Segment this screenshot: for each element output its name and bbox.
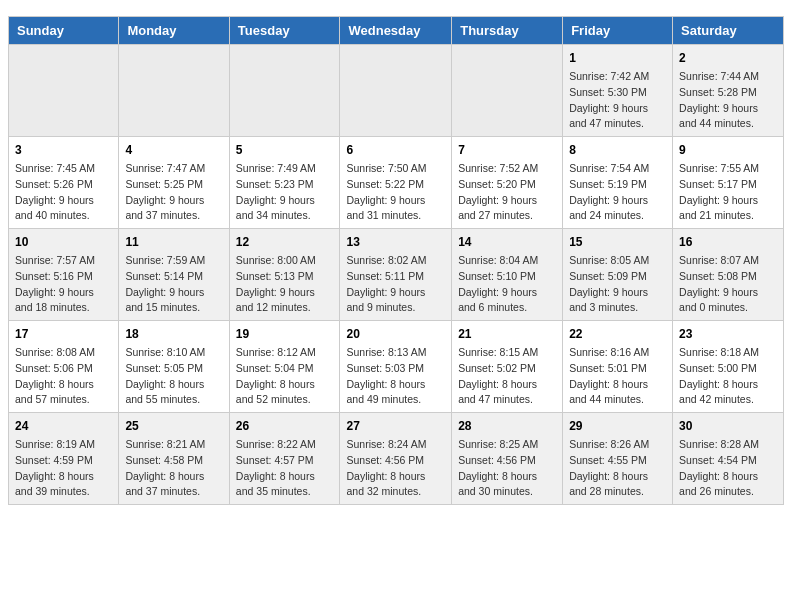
day-number: 4	[125, 141, 222, 159]
day-info-line: Sunrise: 8:07 AM	[679, 253, 777, 269]
day-info-line: Sunset: 5:26 PM	[15, 177, 112, 193]
day-info-line: Sunset: 5:17 PM	[679, 177, 777, 193]
calendar-header-row: SundayMondayTuesdayWednesdayThursdayFrid…	[9, 17, 784, 45]
day-number: 28	[458, 417, 556, 435]
day-info-line: Daylight: 8 hours and 32 minutes.	[346, 469, 445, 501]
day-number: 12	[236, 233, 334, 251]
day-info-line: Sunset: 5:25 PM	[125, 177, 222, 193]
day-cell	[229, 45, 340, 137]
day-cell: 17Sunrise: 8:08 AMSunset: 5:06 PMDayligh…	[9, 321, 119, 413]
day-cell: 1Sunrise: 7:42 AMSunset: 5:30 PMDaylight…	[563, 45, 673, 137]
day-cell	[340, 45, 452, 137]
day-info-line: Sunrise: 7:59 AM	[125, 253, 222, 269]
day-info-line: Daylight: 8 hours and 42 minutes.	[679, 377, 777, 409]
day-info-line: Sunset: 5:14 PM	[125, 269, 222, 285]
day-header-thursday: Thursday	[452, 17, 563, 45]
day-info-line: Sunset: 4:58 PM	[125, 453, 222, 469]
day-number: 3	[15, 141, 112, 159]
day-info-line: Sunrise: 8:05 AM	[569, 253, 666, 269]
day-cell: 5Sunrise: 7:49 AMSunset: 5:23 PMDaylight…	[229, 137, 340, 229]
day-header-saturday: Saturday	[673, 17, 784, 45]
day-info-line: Sunset: 4:56 PM	[346, 453, 445, 469]
day-cell: 30Sunrise: 8:28 AMSunset: 4:54 PMDayligh…	[673, 413, 784, 505]
day-cell: 20Sunrise: 8:13 AMSunset: 5:03 PMDayligh…	[340, 321, 452, 413]
day-info-line: Sunrise: 8:08 AM	[15, 345, 112, 361]
day-info-line: Daylight: 9 hours and 27 minutes.	[458, 193, 556, 225]
day-info-line: Sunrise: 8:02 AM	[346, 253, 445, 269]
day-number: 23	[679, 325, 777, 343]
day-number: 20	[346, 325, 445, 343]
day-header-sunday: Sunday	[9, 17, 119, 45]
day-info-line: Sunset: 4:54 PM	[679, 453, 777, 469]
day-info-line: Daylight: 8 hours and 37 minutes.	[125, 469, 222, 501]
day-info-line: Sunset: 5:30 PM	[569, 85, 666, 101]
day-info-line: Daylight: 9 hours and 47 minutes.	[569, 101, 666, 133]
day-info-line: Sunset: 5:28 PM	[679, 85, 777, 101]
day-info-line: Sunset: 4:56 PM	[458, 453, 556, 469]
day-number: 14	[458, 233, 556, 251]
day-info-line: Sunset: 5:11 PM	[346, 269, 445, 285]
day-number: 21	[458, 325, 556, 343]
day-info-line: Daylight: 9 hours and 3 minutes.	[569, 285, 666, 317]
day-info-line: Sunset: 5:06 PM	[15, 361, 112, 377]
day-info-line: Daylight: 8 hours and 49 minutes.	[346, 377, 445, 409]
day-number: 15	[569, 233, 666, 251]
day-number: 25	[125, 417, 222, 435]
day-cell: 2Sunrise: 7:44 AMSunset: 5:28 PMDaylight…	[673, 45, 784, 137]
calendar-table: SundayMondayTuesdayWednesdayThursdayFrid…	[8, 16, 784, 505]
day-info-line: Sunrise: 8:19 AM	[15, 437, 112, 453]
day-cell: 24Sunrise: 8:19 AMSunset: 4:59 PMDayligh…	[9, 413, 119, 505]
day-info-line: Daylight: 9 hours and 37 minutes.	[125, 193, 222, 225]
day-info-line: Sunrise: 7:54 AM	[569, 161, 666, 177]
day-info-line: Sunrise: 8:04 AM	[458, 253, 556, 269]
day-info-line: Sunrise: 7:55 AM	[679, 161, 777, 177]
day-info-line: Sunset: 5:22 PM	[346, 177, 445, 193]
day-cell: 28Sunrise: 8:25 AMSunset: 4:56 PMDayligh…	[452, 413, 563, 505]
day-cell: 9Sunrise: 7:55 AMSunset: 5:17 PMDaylight…	[673, 137, 784, 229]
day-info-line: Sunset: 5:10 PM	[458, 269, 556, 285]
day-info-line: Sunrise: 8:26 AM	[569, 437, 666, 453]
day-info-line: Sunrise: 8:10 AM	[125, 345, 222, 361]
day-info-line: Sunrise: 8:16 AM	[569, 345, 666, 361]
day-info-line: Daylight: 8 hours and 35 minutes.	[236, 469, 334, 501]
day-info-line: Daylight: 9 hours and 12 minutes.	[236, 285, 334, 317]
day-info-line: Daylight: 9 hours and 0 minutes.	[679, 285, 777, 317]
day-info-line: Sunset: 5:16 PM	[15, 269, 112, 285]
day-number: 10	[15, 233, 112, 251]
day-cell: 23Sunrise: 8:18 AMSunset: 5:00 PMDayligh…	[673, 321, 784, 413]
day-number: 1	[569, 49, 666, 67]
day-cell: 4Sunrise: 7:47 AMSunset: 5:25 PMDaylight…	[119, 137, 229, 229]
day-cell: 18Sunrise: 8:10 AMSunset: 5:05 PMDayligh…	[119, 321, 229, 413]
day-info-line: Sunrise: 8:13 AM	[346, 345, 445, 361]
day-info-line: Daylight: 8 hours and 47 minutes.	[458, 377, 556, 409]
day-cell: 25Sunrise: 8:21 AMSunset: 4:58 PMDayligh…	[119, 413, 229, 505]
day-cell: 22Sunrise: 8:16 AMSunset: 5:01 PMDayligh…	[563, 321, 673, 413]
day-cell: 19Sunrise: 8:12 AMSunset: 5:04 PMDayligh…	[229, 321, 340, 413]
day-header-wednesday: Wednesday	[340, 17, 452, 45]
page-header: General Blue	[0, 0, 792, 16]
day-number: 30	[679, 417, 777, 435]
day-info-line: Sunset: 5:01 PM	[569, 361, 666, 377]
day-number: 22	[569, 325, 666, 343]
day-cell: 26Sunrise: 8:22 AMSunset: 4:57 PMDayligh…	[229, 413, 340, 505]
day-info-line: Sunrise: 7:47 AM	[125, 161, 222, 177]
day-cell: 15Sunrise: 8:05 AMSunset: 5:09 PMDayligh…	[563, 229, 673, 321]
day-info-line: Sunset: 5:23 PM	[236, 177, 334, 193]
day-cell: 7Sunrise: 7:52 AMSunset: 5:20 PMDaylight…	[452, 137, 563, 229]
day-number: 13	[346, 233, 445, 251]
day-cell: 29Sunrise: 8:26 AMSunset: 4:55 PMDayligh…	[563, 413, 673, 505]
calendar-week-row: 3Sunrise: 7:45 AMSunset: 5:26 PMDaylight…	[9, 137, 784, 229]
day-info-line: Sunset: 5:13 PM	[236, 269, 334, 285]
day-cell: 27Sunrise: 8:24 AMSunset: 4:56 PMDayligh…	[340, 413, 452, 505]
day-number: 9	[679, 141, 777, 159]
day-info-line: Daylight: 9 hours and 21 minutes.	[679, 193, 777, 225]
day-info-line: Sunset: 5:08 PM	[679, 269, 777, 285]
day-number: 27	[346, 417, 445, 435]
day-number: 17	[15, 325, 112, 343]
day-info-line: Sunrise: 8:15 AM	[458, 345, 556, 361]
day-info-line: Sunset: 4:55 PM	[569, 453, 666, 469]
day-number: 7	[458, 141, 556, 159]
day-cell: 10Sunrise: 7:57 AMSunset: 5:16 PMDayligh…	[9, 229, 119, 321]
day-info-line: Sunrise: 8:28 AM	[679, 437, 777, 453]
day-info-line: Daylight: 9 hours and 40 minutes.	[15, 193, 112, 225]
